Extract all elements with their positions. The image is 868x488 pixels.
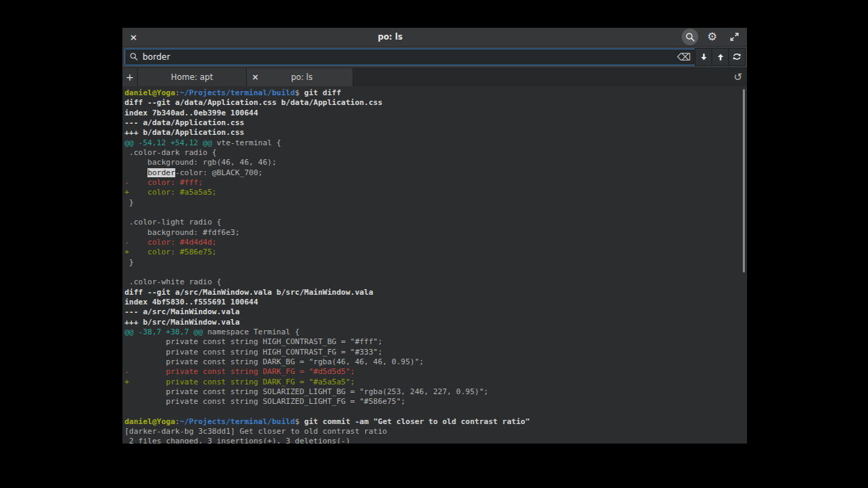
terminal-line: index 7b340ad..0eb399e 100644	[124, 108, 747, 118]
search-icon	[129, 52, 138, 61]
cycle-arrows-icon	[732, 51, 742, 62]
search-bar: ⌫	[122, 47, 747, 68]
expand-icon	[730, 32, 739, 42]
terminal-line: [darker-dark-bg 3c38dd1] Get closer to o…	[124, 427, 747, 437]
scrollbar-thumb[interactable]	[743, 89, 745, 273]
settings-button[interactable]: ⚙	[704, 29, 721, 45]
terminal-line: diff --git a/src/MainWindow.vala b/src/M…	[124, 288, 747, 298]
terminal-line: border-color: @BLACK_700;	[124, 168, 747, 178]
search-icon	[685, 32, 696, 42]
terminal-line: .color-light radio {	[124, 218, 747, 227]
terminal-line	[124, 268, 747, 277]
terminal-line: + color: #a5a5a5;	[124, 188, 747, 197]
terminal-line: .color-dark radio {	[124, 148, 747, 158]
new-tab-button[interactable]: +	[122, 68, 138, 86]
titlebar: × po: ls ⚙	[122, 28, 747, 47]
wrap-search-button[interactable]	[728, 48, 746, 66]
tab-label: Home: apt	[171, 72, 213, 82]
terminal-line	[124, 208, 747, 218]
search-input[interactable]	[143, 52, 673, 62]
find-next-button[interactable]	[695, 48, 712, 66]
terminal-line: @@ -38,7 +38,7 @@ namespace Terminal {	[124, 327, 747, 337]
terminal-line: private const string DARK_BG = "rgba(46,…	[124, 357, 747, 367]
tab-label: po: ls	[264, 72, 353, 82]
terminal-line: daniel@Yoga:~/Projects/terminal/build$ g…	[124, 88, 747, 98]
close-icon: ×	[130, 32, 138, 42]
maximize-button[interactable]	[726, 29, 743, 45]
terminal-line: @@ -54,12 +54,12 @@ vte-terminal {	[124, 138, 747, 148]
tab-close-button[interactable]: ×	[247, 72, 264, 82]
arrow-up-icon	[716, 52, 725, 62]
close-icon: ×	[252, 72, 259, 82]
terminal-line: .color-white radio {	[124, 277, 747, 287]
terminal-line: 2 files changed, 3 insertions(+), 3 dele…	[124, 437, 747, 444]
terminal-line: - private const string DARK_FG = "#d5d5d…	[124, 367, 747, 377]
terminal-line: private const string HIGH_CONTRAST_FG = …	[124, 348, 747, 357]
terminal-line: --- a/data/Application.css	[124, 118, 747, 128]
clear-search-icon[interactable]: ⌫	[677, 52, 691, 62]
gear-icon: ⚙	[707, 31, 717, 42]
close-session-button[interactable]: ×	[127, 30, 140, 44]
terminal-line: private const string SOLARIZED_LIGHT_FG …	[124, 397, 747, 407]
terminal-line: }	[124, 198, 747, 208]
terminal-line: + color: #586e75;	[124, 247, 747, 257]
terminal-line: diff --git a/data/Application.css b/data…	[124, 98, 747, 108]
terminal-line	[124, 407, 747, 417]
find-previous-button[interactable]	[712, 48, 729, 66]
terminal-line: +++ b/data/Application.css	[124, 128, 747, 138]
session-history-button[interactable]: ↺	[729, 68, 747, 86]
plus-icon: +	[126, 72, 134, 83]
terminal-viewport[interactable]: daniel@Yoga:~/Projects/terminal/build$ g…	[122, 86, 747, 444]
tab-home-apt[interactable]: Home: apt	[138, 68, 247, 86]
tab-po-ls[interactable]: × po: ls	[247, 68, 353, 86]
tab-bar-spacer	[353, 68, 729, 86]
terminal-line: +++ b/src/MainWindow.vala	[124, 318, 747, 327]
terminal-line: - color: #4d4d4d;	[124, 238, 747, 247]
arrow-down-icon	[699, 52, 709, 62]
history-clock-icon: ↺	[734, 71, 743, 83]
terminal-line: background: rgb(46, 46, 46);	[124, 158, 747, 168]
titlebar-actions: ⚙	[682, 29, 743, 45]
terminal-line: - color: #fff;	[124, 178, 747, 188]
search-toggle-button[interactable]	[682, 29, 698, 45]
window-title: po: ls	[140, 32, 682, 42]
terminal-line: }	[124, 258, 747, 268]
terminal-window: × po: ls ⚙	[122, 28, 747, 444]
search-entry[interactable]: ⌫	[124, 49, 696, 65]
terminal-line: --- a/src/MainWindow.vala	[124, 307, 747, 317]
terminal-output: daniel@Yoga:~/Projects/terminal/build$ g…	[124, 88, 747, 444]
terminal-line: private const string SOLARIZED_LIGHT_BG …	[124, 387, 747, 397]
tab-bar: + Home: apt × po: ls ↺	[122, 68, 747, 86]
terminal-line: index 4bf5830..f555691 100644	[124, 298, 747, 307]
terminal-line: + private const string DARK_FG = "#a5a5a…	[124, 377, 747, 387]
terminal-line: daniel@Yoga:~/Projects/terminal/build$ g…	[124, 417, 747, 427]
terminal-line: background: #fdf6e3;	[124, 228, 747, 238]
terminal-line: private const string HIGH_CONTRAST_BG = …	[124, 337, 747, 347]
